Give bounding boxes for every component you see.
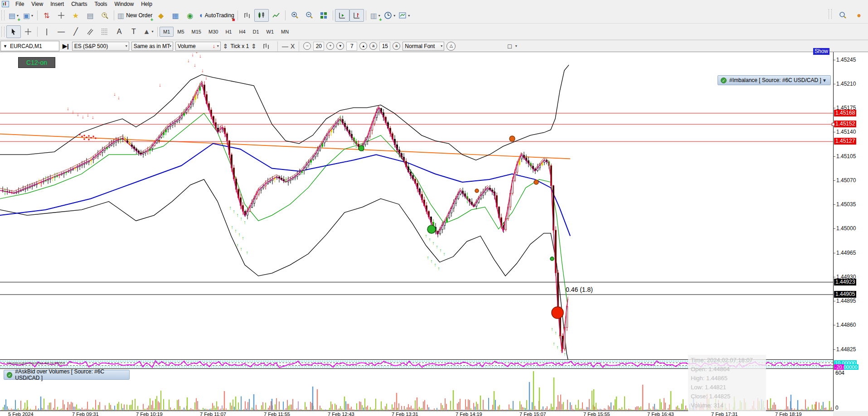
zoom-in-button[interactable] xyxy=(287,9,302,22)
close-button[interactable]: X xyxy=(291,43,295,50)
timeframe-mn[interactable]: MN xyxy=(277,27,292,37)
tick-scale-icon[interactable]: ⇕ xyxy=(251,43,257,50)
play-step-button[interactable]: ▶| xyxy=(63,43,69,49)
timeframe-d1[interactable]: D1 xyxy=(249,27,263,37)
menu-view[interactable]: View xyxy=(28,0,47,8)
tooltip-open: Open: 1.44864 xyxy=(691,365,763,374)
black-level-price-label: 1.44905 xyxy=(834,291,856,298)
menu-help[interactable]: Help xyxy=(137,0,156,8)
c12-toggle-button[interactable]: C12-on xyxy=(18,57,55,68)
arrows-tool-dropdown-arrow[interactable]: ▾ xyxy=(151,29,153,34)
volume-axis-label: 604 xyxy=(835,370,844,376)
zoom-out-button[interactable] xyxy=(302,9,316,22)
show-button[interactable]: Show xyxy=(813,48,829,55)
scale-toggle-icon[interactable]: ⇕ xyxy=(223,43,228,50)
toolbar-separator xyxy=(37,27,38,37)
zoom-level-decrease-button[interactable]: − xyxy=(303,42,311,50)
window-style-dropdown[interactable]: ▾ xyxy=(515,44,517,48)
chart-symbol-title[interactable]: ▼EURCAD,M1 xyxy=(0,41,59,51)
new-order-button[interactable]: ▥+New Order xyxy=(116,9,154,22)
menu-insert[interactable]: Insert xyxy=(47,0,68,8)
price-chart-canvas[interactable]: ↓↓↓↓↓↓↓↓↓↓↓↓↓↓↓↓↑↑↑↑↑↑↑↑↑↑↑↑↑↑↑↑↑↑↑↑↑↑↑↑… xyxy=(0,52,833,359)
market-watch-button[interactable]: ⇅ xyxy=(39,9,54,22)
price-axis[interactable]: 1.452451.452101.451751.451401.451051.450… xyxy=(833,52,868,411)
autotrading-button[interactable]: ◖■AutoTrading xyxy=(197,9,236,22)
timeframe-m1[interactable]: M1 xyxy=(160,27,174,37)
horizontal-line-tool[interactable]: — xyxy=(54,25,68,38)
price-pane[interactable]: ↓↓↓↓↓↓↓↓↓↓↓↓↓↓↓↓↑↑↑↑↑↑↑↑↑↑↑↑↑↑↑↑↑↑↑↑↑↑↑↑… xyxy=(0,52,833,360)
zoom-level-value[interactable]: 20 xyxy=(313,42,324,51)
fibonacci-tool[interactable] xyxy=(97,25,112,38)
metaeditor-button[interactable]: ◆ xyxy=(154,9,168,22)
timeframe-h4[interactable]: H4 xyxy=(235,27,249,37)
font-size-increase-button[interactable]: a xyxy=(393,42,400,50)
font-size-decrease-button[interactable]: a xyxy=(369,42,377,50)
line-handle-marker[interactable] xyxy=(832,123,835,126)
bar-chart-button[interactable] xyxy=(240,9,254,22)
buy-arrow-icon: ↑ xyxy=(242,235,244,241)
depth-decrease-button[interactable]: ▾ xyxy=(336,42,344,50)
line-chart-button[interactable] xyxy=(269,9,283,22)
alert-icon[interactable]: △ xyxy=(446,42,456,51)
channel-tool[interactable] xyxy=(83,25,97,38)
askbid-indicator-label[interactable]: ✓ #AskBid over Volumes [ Source: #6C USD… xyxy=(4,370,130,380)
text-label-tool[interactable]: T xyxy=(126,25,141,38)
chart-shift-button[interactable] xyxy=(349,9,364,22)
buy-arrow-icon: ↑ xyxy=(560,348,563,353)
periods-button[interactable]: ▾ xyxy=(383,9,397,22)
mode-dropdown[interactable]: Same as in MT▾ xyxy=(131,42,173,51)
indicators-button[interactable]: ▥+▾ xyxy=(368,9,383,22)
search-community-button[interactable]: ◉ xyxy=(183,9,197,22)
vertical-line-tool[interactable]: | xyxy=(39,25,54,38)
menu-tools[interactable]: Tools xyxy=(91,0,111,8)
chevron-down-icon[interactable]: ▼ xyxy=(3,44,7,48)
zoom-level-increase-button[interactable]: + xyxy=(326,42,334,50)
profiles-button[interactable]: ▣▾ xyxy=(21,9,35,22)
timeframe-m15[interactable]: M15 xyxy=(188,27,205,37)
menu-window[interactable]: Window xyxy=(111,0,138,8)
timeframe-w1[interactable]: W1 xyxy=(263,27,278,37)
templates-button[interactable]: ▾ xyxy=(397,9,412,22)
periods-button-dropdown-arrow[interactable]: ▾ xyxy=(393,14,395,18)
signal-circle-marker xyxy=(475,189,479,193)
ohlc-tooltip: Time: 2024.02.07 18:07 Open: 1.44864 Hig… xyxy=(688,355,766,411)
data-window-button[interactable]: ▤ xyxy=(83,9,97,22)
crosshair-button[interactable] xyxy=(54,9,68,22)
arrows-tool[interactable]: ▲▾ xyxy=(141,25,155,38)
minus-button[interactable]: — xyxy=(282,43,288,50)
depth-increase-button[interactable]: ▴ xyxy=(359,42,367,50)
signal-circle-marker xyxy=(427,225,436,233)
font-size-value[interactable]: 15 xyxy=(379,42,390,51)
search-icon[interactable] xyxy=(835,9,850,22)
profiles-button-dropdown-arrow[interactable]: ▾ xyxy=(31,14,33,18)
volume-dropdown[interactable]: Volume▾↓ xyxy=(175,42,221,51)
templates-button-dropdown-arrow[interactable]: ▾ xyxy=(408,14,410,18)
terminal-button[interactable]: ▦ xyxy=(168,9,183,22)
notifications-icon[interactable]: ● xyxy=(852,9,866,22)
font-dropdown[interactable]: Normal Font▾ xyxy=(402,42,444,51)
crosshair-tool[interactable] xyxy=(21,25,35,38)
timeframe-h1[interactable]: H1 xyxy=(222,27,235,37)
line-studies-toolbar: |—╱AT▲▾M1M5M15M30H1H4D1W1MN xyxy=(0,24,868,40)
timeframe-m5[interactable]: M5 xyxy=(174,27,188,37)
favorites-button[interactable]: ★ xyxy=(68,9,83,22)
menu-file[interactable]: File xyxy=(12,0,28,8)
time-axis-label: 7 Feb 12:43 xyxy=(328,411,354,416)
trendline-tool[interactable]: ╱ xyxy=(68,25,83,38)
cursor-tool[interactable] xyxy=(6,25,21,38)
strategy-tester-button[interactable] xyxy=(97,9,112,22)
menu-charts[interactable]: Charts xyxy=(68,0,91,8)
symbol-source-dropdown[interactable]: ES (S&P 500)▾ xyxy=(72,42,129,51)
timeframe-m30[interactable]: M30 xyxy=(205,27,222,37)
candle-chart-button[interactable] xyxy=(254,9,269,22)
text-tool[interactable]: A xyxy=(112,25,126,38)
tile-windows-button[interactable] xyxy=(316,9,331,22)
auto-scroll-button[interactable] xyxy=(335,9,349,22)
histogram-toggle-button[interactable] xyxy=(259,40,273,53)
tick-multiplier-label[interactable]: Tick x 1 xyxy=(230,43,249,49)
new-chart-button[interactable]: ▤+▾ xyxy=(6,9,21,22)
imbalance-indicator-dropdown[interactable]: ✓ #Imbalance [ Source: #6C USD/CAD ] ▼ xyxy=(718,75,831,85)
sell-arrow-icon: ↓ xyxy=(87,112,89,117)
window-style-button[interactable]: □ xyxy=(508,43,511,50)
depth-value[interactable]: 7 xyxy=(346,42,357,51)
